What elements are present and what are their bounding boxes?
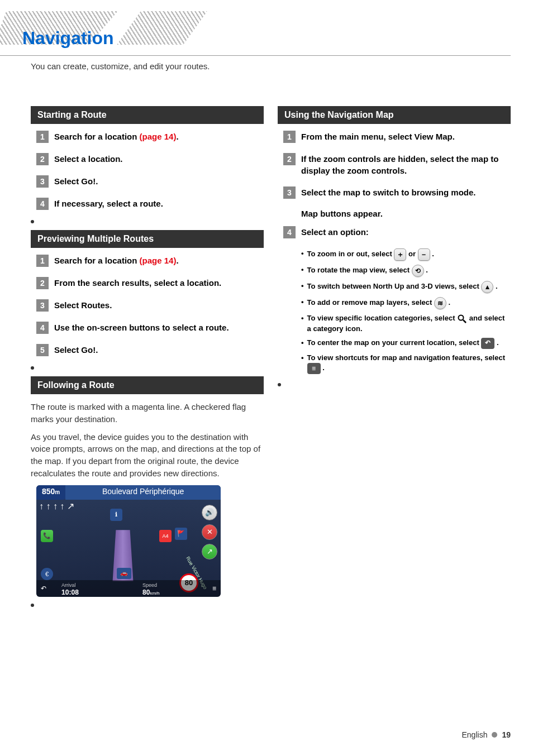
map-screenshot: 850m Boulevard Périphérique ↑ ↑ ↑ ↑ ↗ ℹ … — [36, 485, 221, 597]
step-row: 2 If the zoom controls are hidden, selec… — [283, 153, 511, 176]
page-number: 19 — [502, 730, 511, 739]
section-dot — [31, 604, 34, 607]
flag-icon: 🚩 — [175, 528, 187, 540]
body-paragraph: As you travel, the device guides you to … — [31, 431, 264, 480]
list-item: • To zoom in or out, select ＋ or － . — [301, 248, 511, 261]
menu-icon: ≡ — [307, 363, 321, 374]
step-row: 2 Select a location. — [36, 153, 264, 165]
page-link[interactable]: (page 14) — [140, 132, 177, 141]
step-row: 5 Select Go!. — [36, 344, 264, 356]
svg-point-0 — [459, 315, 464, 320]
page-subtitle: You can create, customize, and edit your… — [31, 61, 210, 71]
step-text: Select a location. — [54, 153, 264, 165]
step-number: 4 — [36, 198, 49, 210]
list-item: • To rotate the map view, select ⟲ . — [301, 265, 511, 277]
zoom-out-icon: － — [418, 248, 430, 261]
section-dot — [31, 220, 34, 223]
section-dot — [278, 383, 281, 386]
step-number: 1 — [283, 131, 296, 143]
step-number: 3 — [283, 186, 296, 199]
step-row: 1 From the main menu, select View Map. — [283, 131, 511, 143]
step-number: 1 — [36, 131, 49, 143]
body-paragraph: The route is marked with a magenta line.… — [31, 401, 264, 425]
zoom-in-icon: ＋ — [394, 248, 406, 261]
rotate-icon: ⟲ — [412, 265, 424, 277]
right-column: Using the Navigation Map 1 From the main… — [278, 106, 511, 614]
speed-info: Speed 80km/h — [142, 581, 160, 596]
map-info-icon: ℹ — [110, 509, 122, 521]
bullet-icon: • — [301, 353, 304, 363]
step-row: 4 Use the on-screen buttons to select a … — [36, 322, 264, 334]
footer-dot-icon — [492, 732, 497, 738]
left-column: Starting a Route 1 Search for a location… — [31, 106, 264, 614]
bullet-icon: • — [301, 265, 304, 275]
map-distance: 850m — [36, 485, 65, 500]
section-previewing-routes: Previewing Multiple Routes — [31, 230, 264, 248]
route-marker: A4 — [159, 530, 172, 542]
mute-icon: 🔊 — [202, 505, 217, 520]
option-list: • To zoom in or out, select ＋ or － . • T… — [301, 248, 511, 374]
bullet-icon: • — [301, 313, 304, 323]
step-text: From the main menu, select View Map. — [301, 131, 511, 142]
list-item: • To center the map on your current loca… — [301, 338, 511, 349]
list-item: • To view shortcuts for map and navigati… — [301, 353, 511, 374]
step-text: Select Go!. — [54, 175, 264, 187]
layers-icon: ≋ — [434, 297, 446, 309]
vehicle-icon: 🚗 — [117, 568, 131, 579]
step-number: 3 — [36, 175, 49, 188]
step-text: From the search results, select a locati… — [54, 277, 264, 289]
step-row: 3 Select the map to switch to browsing m… — [283, 186, 511, 199]
step-row: 4 Select an option: — [283, 226, 511, 238]
footer-language: English — [462, 730, 488, 739]
step-text: If the zoom controls are hidden, select … — [301, 153, 511, 176]
bullet-icon: • — [301, 281, 304, 291]
step-row: 2 From the search results, select a loca… — [36, 277, 264, 289]
step-text: Select the map to switch to browsing mod… — [301, 186, 511, 198]
step-row: 3 Select Go!. — [36, 175, 264, 188]
map-bottom-bar: ↶ Arrival 10:08 Speed 80km/h ≡ — [36, 580, 221, 597]
search-icon — [457, 314, 467, 324]
page-title: Navigation — [22, 28, 114, 49]
menu-icon: ≡ — [212, 585, 216, 592]
step-text: Search for a location (page 14). — [54, 131, 264, 142]
bullet-icon: • — [301, 297, 304, 307]
section-following-route: Following a Route — [31, 376, 264, 394]
step-number: 5 — [36, 344, 49, 356]
compass-icon: ▲ — [481, 281, 493, 293]
step-number: 4 — [283, 226, 296, 238]
step-text: Use the on-screen buttons to select a ro… — [54, 322, 264, 333]
step-row: 4 If necessary, select a route. — [36, 198, 264, 210]
step-text: Select Go!. — [54, 344, 264, 356]
step-text: If necessary, select a route. — [54, 198, 264, 209]
content-columns: Starting a Route 1 Search for a location… — [0, 56, 533, 614]
euro-icon: € — [41, 568, 53, 580]
page-footer: English 19 — [462, 730, 511, 739]
step-text: Select an option: — [301, 226, 511, 238]
page-header: Navigation — [0, 0, 511, 56]
map-lane-arrows: ↑ ↑ ↑ ↑ ↗ — [39, 501, 74, 511]
map-street-name: Boulevard Périphérique — [65, 485, 221, 500]
list-item: • To switch between North Up and 3-D vie… — [301, 281, 511, 293]
step-row: 3 Select Routes. — [36, 299, 264, 312]
step-text: Select Routes. — [54, 299, 264, 311]
step-number: 4 — [36, 322, 49, 334]
step-number: 2 — [36, 277, 49, 289]
section-dot — [31, 366, 34, 370]
arrival-info: Arrival 10:08 — [61, 581, 79, 596]
page-link[interactable]: (page 14) — [140, 256, 177, 265]
detour-icon: ↗ — [202, 544, 217, 559]
decorative-hatching — [117, 11, 207, 45]
section-using-navigation-map: Using the Navigation Map — [278, 106, 511, 124]
step-number: 3 — [36, 299, 49, 312]
cancel-icon: ✕ — [202, 524, 217, 540]
section-starting-route: Starting a Route — [31, 106, 264, 124]
back-icon: ↶ — [41, 585, 46, 592]
back-arrow-icon: ↶ — [481, 338, 494, 349]
bullet-icon: • — [301, 248, 304, 259]
phone-icon: 📞 — [41, 530, 53, 542]
bullet-icon: • — [301, 338, 304, 348]
step-row: 1 Search for a location (page 14). — [36, 131, 264, 143]
step-row: 1 Search for a location (page 14). — [36, 255, 264, 267]
svg-line-1 — [463, 320, 466, 323]
step-number: 1 — [36, 255, 49, 267]
